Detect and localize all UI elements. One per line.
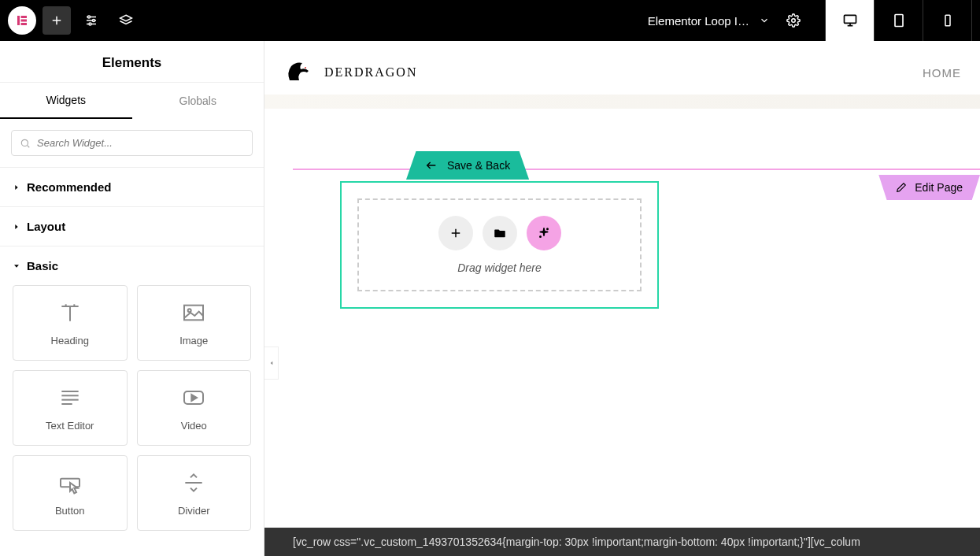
plus-icon (449, 226, 463, 240)
svg-point-43 (539, 236, 541, 238)
widget-divider[interactable]: Divider (137, 455, 252, 531)
svg-rect-2 (21, 20, 28, 22)
dragon-icon (283, 57, 321, 88)
svg-rect-17 (895, 15, 903, 27)
svg-rect-14 (844, 15, 856, 23)
tab-globals[interactable]: Globals (132, 83, 264, 119)
edit-page-button[interactable]: Edit Page (878, 175, 980, 200)
svg-marker-44 (270, 361, 272, 365)
svg-point-9 (88, 16, 91, 18)
topbar: Elementor Loop I… (0, 0, 980, 41)
svg-line-20 (28, 145, 30, 147)
drop-zone[interactable]: Drag widget here (340, 181, 659, 309)
layers-icon (119, 13, 133, 28)
button-icon (57, 470, 83, 495)
settings-button[interactable] (77, 6, 105, 35)
chevron-down-icon (13, 262, 20, 270)
image-icon (181, 300, 206, 325)
chevron-left-icon (268, 360, 275, 366)
svg-rect-0 (17, 16, 20, 25)
section-recommended[interactable]: Recommended (13, 180, 251, 194)
elementor-logo-icon (15, 13, 29, 28)
folder-icon (493, 226, 507, 240)
widget-text-editor[interactable]: Text Editor (13, 370, 128, 446)
search-input-wrapper[interactable] (11, 130, 253, 156)
device-desktop-tab[interactable] (826, 0, 875, 41)
structure-button[interactable] (112, 6, 140, 35)
svg-point-19 (21, 139, 28, 146)
desktop-icon (842, 13, 858, 28)
svg-marker-12 (120, 15, 132, 21)
search-icon (20, 138, 31, 149)
sparkle-icon (537, 226, 551, 240)
elementor-logo-button[interactable] (8, 6, 36, 35)
heading-icon (57, 300, 83, 325)
svg-marker-21 (15, 185, 17, 190)
section-basic[interactable]: Basic (13, 259, 251, 272)
banner-strip (264, 95, 980, 109)
template-library-button[interactable] (483, 216, 517, 250)
save-back-button[interactable]: Save & Back (406, 151, 529, 180)
nav-home[interactable]: HOME (923, 66, 961, 80)
add-element-button[interactable] (43, 6, 71, 35)
section-layout[interactable]: Layout (13, 220, 251, 233)
sidebar: Elements Widgets Globals Recommended Lay… (0, 41, 264, 556)
add-widget-button[interactable] (438, 216, 473, 250)
drop-text: Drag widget here (375, 261, 624, 274)
video-icon (181, 385, 206, 410)
page-settings-button[interactable] (779, 6, 808, 35)
arrow-left-icon (425, 159, 438, 172)
svg-point-29 (188, 309, 191, 312)
ai-button[interactable] (527, 216, 561, 250)
chevron-right-icon (13, 223, 20, 231)
document-title[interactable]: Elementor Loop I… (648, 14, 749, 28)
mobile-icon (941, 13, 955, 28)
svg-point-10 (93, 20, 95, 22)
brand-logo: DERDRAGON (283, 57, 417, 88)
footer-code-strip: [vc_row css=".vc_custom_1493701352634{ma… (264, 528, 980, 556)
tablet-icon (891, 13, 907, 28)
search-input[interactable] (37, 137, 244, 149)
tab-widgets[interactable]: Widgets (0, 83, 132, 119)
pencil-icon (896, 182, 907, 193)
device-mobile-tab[interactable] (923, 0, 972, 41)
section-divider-line (293, 169, 980, 170)
canvas: DERDRAGON HOME Save & Back Edit Page (264, 41, 980, 556)
svg-rect-18 (945, 15, 950, 26)
collapse-sidebar-handle[interactable] (264, 347, 279, 380)
widget-video[interactable]: Video (137, 370, 252, 446)
text-editor-icon (57, 385, 83, 410)
chevron-down-icon[interactable] (759, 15, 770, 26)
sliders-icon (84, 13, 98, 28)
svg-point-13 (792, 19, 796, 23)
svg-point-38 (305, 67, 306, 69)
site-header: DERDRAGON HOME (264, 41, 980, 95)
svg-marker-35 (192, 395, 198, 401)
plus-icon (50, 13, 64, 28)
chevron-right-icon (13, 183, 20, 191)
svg-rect-1 (21, 16, 28, 18)
svg-point-42 (546, 228, 548, 230)
divider-icon (181, 470, 206, 495)
svg-point-11 (89, 23, 91, 25)
device-tabs (825, 0, 972, 41)
device-tablet-tab[interactable] (875, 0, 923, 41)
sidebar-title: Elements (0, 41, 264, 83)
widget-heading[interactable]: Heading (13, 285, 128, 361)
svg-rect-3 (21, 23, 28, 25)
gear-icon (786, 13, 801, 28)
svg-marker-22 (15, 224, 17, 229)
svg-marker-23 (14, 265, 19, 267)
widget-button[interactable]: Button (13, 455, 128, 531)
widget-image[interactable]: Image (137, 285, 252, 361)
